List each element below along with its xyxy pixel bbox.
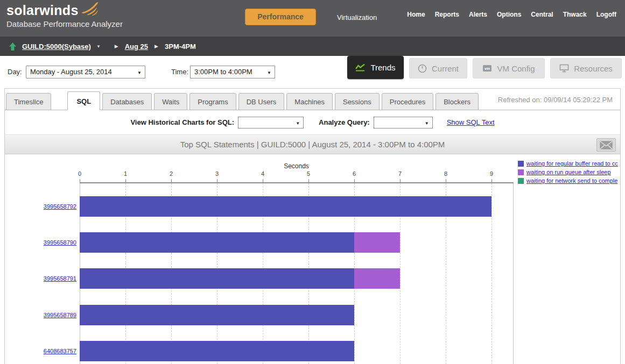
app-header: solarwinds Database Performance Analyzer… xyxy=(0,0,625,37)
x-tick-label: 1 xyxy=(124,170,127,177)
select-arrow-icon: ▼ xyxy=(137,70,142,75)
vm-config-button[interactable]: vm VM Config xyxy=(473,58,545,78)
historical-sql-select[interactable]: ▼ xyxy=(238,117,304,129)
sql-statement-link[interactable]: 3995658791 xyxy=(44,275,76,282)
historical-charts-label: View Historical Charts for SQL: xyxy=(130,118,234,126)
chart-title-bar: Top SQL Statements | GUILD:5000 | August… xyxy=(5,135,620,154)
top-nav: HomeReportsAlertsOptionsCentralThwackLog… xyxy=(407,11,616,18)
sql-statement-link[interactable]: 3995658792 xyxy=(44,203,76,210)
chart-title: Top SQL Statements | GUILD:5000 | August… xyxy=(5,135,620,154)
select-arrow-icon: ▼ xyxy=(296,121,300,126)
main-content-box: TimesliceSQLDatabasesWaitsProgramsDB Use… xyxy=(4,88,621,364)
x-tick-mark xyxy=(263,179,263,182)
instance-dropdown-caret-icon[interactable]: ▼ xyxy=(96,44,101,49)
tab-timeslice[interactable]: Timeslice xyxy=(6,93,51,110)
bar-segment[interactable] xyxy=(80,341,354,361)
nav-link-options[interactable]: Options xyxy=(497,11,521,18)
select-arrow-icon: ▼ xyxy=(425,121,429,126)
x-axis-title: Seconds xyxy=(80,162,513,170)
x-tick-mark xyxy=(491,179,492,182)
controls-row: Day: Monday - August 25, 2014 ▼ Time: 3:… xyxy=(0,56,625,88)
sql-statement-link[interactable]: 3995658789 xyxy=(44,312,76,318)
row-label: 3995658790 xyxy=(5,232,76,253)
clock-icon xyxy=(418,64,427,73)
tab-sql[interactable]: SQL xyxy=(67,91,100,110)
resources-button-label: Resources xyxy=(574,64,613,73)
time-select[interactable]: 3:00PM to 4:00PM ▼ xyxy=(190,66,275,78)
x-tick-mark xyxy=(308,179,309,182)
breadcrumb-instance-link[interactable]: GUILD:5000(Sybase) xyxy=(22,42,91,51)
legend-item: waiting for network send to comple xyxy=(518,176,620,185)
refreshed-timestamp: Refreshed on: 09/09/14 05:29:22 PM xyxy=(498,96,613,104)
show-sql-text-link[interactable]: Show SQL Text xyxy=(447,118,495,126)
bar-segment[interactable] xyxy=(80,268,354,289)
app-logo: solarwinds Database Performance Analyzer xyxy=(6,3,123,28)
bar-segment[interactable] xyxy=(354,232,400,253)
home-up-arrow-icon[interactable] xyxy=(9,42,17,51)
breadcrumb: GUILD:5000(Sybase) ▼ ▶ Aug 25 ▶ 3PM-4PM xyxy=(0,37,625,56)
nav-link-central[interactable]: Central xyxy=(531,11,553,18)
x-tick-mark xyxy=(446,179,446,182)
bar-segment[interactable] xyxy=(354,268,400,289)
x-tick-mark xyxy=(171,179,172,182)
bar-segment[interactable] xyxy=(80,305,354,325)
x-tick-label: 6 xyxy=(353,170,356,177)
performance-tab[interactable]: Performance xyxy=(245,9,316,25)
tab-waits[interactable]: Waits xyxy=(154,93,187,110)
virtualization-tab[interactable]: Virtualization xyxy=(337,13,377,22)
legend-link[interactable]: waiting on run queue after sleep xyxy=(526,169,611,175)
row-label: 3995658791 xyxy=(5,268,76,289)
x-tick-mark xyxy=(400,179,401,182)
row-label: 3995658792 xyxy=(5,196,76,217)
chart-plot: Seconds waiting for regular buffer read … xyxy=(5,154,620,364)
tab-machines[interactable]: Machines xyxy=(286,93,333,110)
sql-statement-link[interactable]: 3995658790 xyxy=(44,239,76,246)
bar-segment[interactable] xyxy=(80,232,354,253)
tab-databases[interactable]: Databases xyxy=(102,93,152,110)
x-tick-label: 5 xyxy=(307,170,310,177)
row-label: 3995658789 xyxy=(5,305,76,325)
legend-swatch-icon xyxy=(518,161,524,167)
nav-link-alerts[interactable]: Alerts xyxy=(469,11,487,18)
logo-wordmark: solarwinds xyxy=(6,3,79,18)
x-tick-label: 9 xyxy=(490,170,493,177)
legend-swatch-icon xyxy=(518,178,524,184)
nav-link-thwack[interactable]: Thwack xyxy=(563,11,587,18)
time-select-value: 3:00PM to 4:00PM xyxy=(191,66,275,78)
legend-link[interactable]: waiting for network send to comple xyxy=(526,177,617,184)
analyze-query-select[interactable]: ▼ xyxy=(374,117,433,129)
resources-button[interactable]: Resources xyxy=(550,58,622,78)
tab-bar: TimesliceSQLDatabasesWaitsProgramsDB Use… xyxy=(5,89,620,110)
current-button[interactable]: Current xyxy=(409,58,467,78)
x-tick-label: 4 xyxy=(261,170,264,177)
nav-link-home[interactable]: Home xyxy=(407,11,425,18)
legend-link[interactable]: waiting for regular buffer read to cc xyxy=(526,160,618,167)
email-chart-button[interactable] xyxy=(596,138,616,152)
nav-link-logoff[interactable]: Logoff xyxy=(596,11,616,18)
breadcrumb-date-link[interactable]: Aug 25 xyxy=(125,42,148,51)
tab-programs[interactable]: Programs xyxy=(189,93,236,110)
x-tick-label: 0 xyxy=(78,170,81,177)
select-arrow-icon: ▼ xyxy=(267,70,271,75)
trends-chart-icon xyxy=(355,63,366,72)
analyze-query-label: Analyze Query: xyxy=(319,118,370,126)
trends-button[interactable]: Trends xyxy=(347,56,404,79)
plot-right-border xyxy=(513,183,514,364)
gridline xyxy=(491,183,492,364)
trends-button-label: Trends xyxy=(370,63,395,72)
vm-icon: vm xyxy=(482,65,492,72)
tab-blockers[interactable]: Blockers xyxy=(436,93,479,110)
tab-procedures[interactable]: Procedures xyxy=(382,93,433,110)
tab-sessions[interactable]: Sessions xyxy=(335,93,380,110)
day-select[interactable]: Monday - August 25, 2014 ▼ xyxy=(26,66,145,78)
vm-config-button-label: VM Config xyxy=(497,64,535,73)
app-subtitle: Database Performance Analyzer xyxy=(6,19,123,28)
nav-link-reports[interactable]: Reports xyxy=(435,11,459,18)
day-select-value: Monday - August 25, 2014 xyxy=(26,66,145,78)
day-label: Day: xyxy=(8,68,22,76)
tab-db-users[interactable]: DB Users xyxy=(238,93,285,110)
legend-swatch-icon xyxy=(518,169,524,175)
sql-statement-link[interactable]: 6408683757 xyxy=(44,348,76,354)
bar-segment[interactable] xyxy=(80,196,491,217)
svg-text:vm: vm xyxy=(484,67,490,70)
